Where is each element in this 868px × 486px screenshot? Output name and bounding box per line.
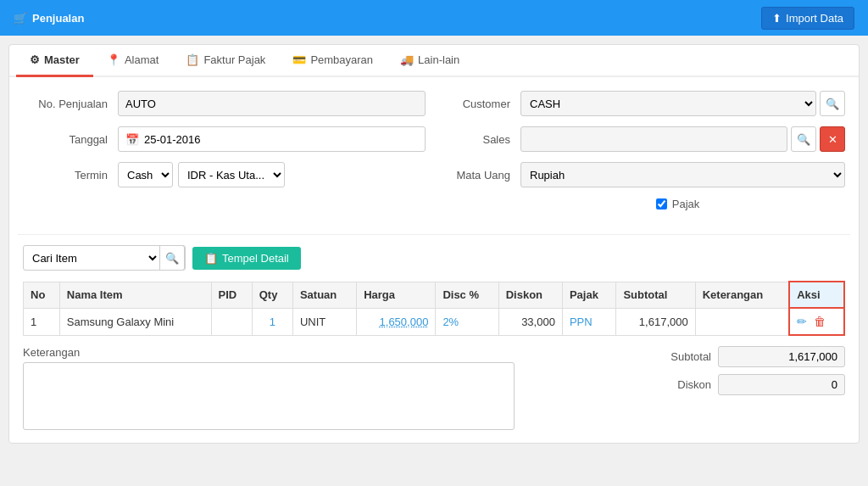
col-nama-item: Nama Item	[59, 282, 211, 308]
customer-search-button[interactable]: 🔍	[820, 91, 845, 116]
tab-faktur-pajak[interactable]: 📋 Faktur Pajak	[172, 45, 279, 77]
search-icon-3: 🔍	[165, 252, 179, 265]
cell-qty[interactable]: 1	[252, 308, 292, 335]
header-title: 🛒 Penjualan	[14, 12, 84, 25]
main-card: ⚙ Master 📍 Alamat 📋 Faktur Pajak 💳 Pemba…	[8, 44, 860, 444]
cell-no: 1	[24, 308, 60, 335]
col-keterangan: Keterangan	[695, 282, 789, 308]
tanggal-input[interactable]	[144, 133, 418, 146]
tab-master[interactable]: ⚙ Master	[16, 45, 93, 77]
cell-subtotal: 1,617,000	[616, 308, 695, 335]
cell-pajak: PPN	[562, 308, 616, 335]
mata-uang-input-group: Rupiah	[520, 162, 845, 187]
search-icon-2: 🔍	[797, 133, 810, 146]
card-icon: 💳	[292, 53, 306, 66]
cell-pid	[211, 308, 252, 335]
sales-search-button[interactable]: 🔍	[791, 126, 816, 152]
termin-label: Termin	[23, 169, 108, 182]
table-row: 1 Samsung Galaxy Mini 1 UNIT 1,650,000 2…	[24, 308, 845, 335]
cart-icon: 🛒	[14, 12, 27, 25]
col-subtotal: Subtotal	[616, 282, 695, 308]
import-data-button[interactable]: ⬆ Import Data	[761, 7, 854, 30]
pajak-label: Pajak	[672, 198, 700, 210]
times-icon: ✕	[828, 133, 837, 146]
cari-item-wrap: Cari Item 🔍	[23, 245, 186, 271]
cell-harga[interactable]: 1,650,000	[357, 308, 436, 335]
sales-label: Sales	[442, 133, 510, 146]
tab-pembayaran[interactable]: 💳 Pembayaran	[279, 45, 387, 77]
customer-select[interactable]: CASH	[520, 91, 816, 116]
tanggal-label: Tanggal	[23, 133, 108, 146]
form-section: No. Penjualan Tanggal 📅 Termin Cash IDR …	[9, 77, 859, 234]
sales-clear-button[interactable]: ✕	[820, 126, 845, 152]
search-icon: 🔍	[826, 98, 839, 110]
items-table: No Nama Item PID Qty Satuan Harga Disc %…	[23, 281, 845, 336]
sales-row: Sales 🔍 ✕	[442, 126, 845, 152]
col-pid: PID	[211, 282, 252, 308]
mata-uang-label: Mata Uang	[442, 169, 510, 182]
calendar-icon: 📅	[125, 133, 139, 146]
customer-row: Customer CASH 🔍	[442, 91, 845, 116]
col-aksi: Aksi	[789, 282, 844, 308]
termin-selects: Cash IDR - Kas Uta...	[118, 162, 426, 187]
col-harga: Harga	[357, 282, 436, 308]
no-penjualan-input[interactable]	[118, 91, 426, 116]
no-penjualan-label: No. Penjualan	[23, 98, 108, 110]
cell-satuan: UNIT	[292, 308, 356, 335]
truck-icon: 🚚	[400, 53, 414, 66]
col-pajak: Pajak	[562, 282, 616, 308]
diskon-summary-value: 0	[718, 374, 845, 395]
keterangan-area: Keterangan	[23, 346, 515, 433]
keterangan-label: Keterangan	[23, 346, 515, 359]
col-satuan: Satuan	[292, 282, 356, 308]
tab-lain-lain[interactable]: 🚚 Lain-lain	[387, 45, 473, 77]
tabs-bar: ⚙ Master 📍 Alamat 📋 Faktur Pajak 💳 Pemba…	[9, 45, 859, 77]
action-icons: ✏ 🗑	[797, 315, 837, 328]
sales-input[interactable]	[520, 126, 787, 152]
form-left: No. Penjualan Tanggal 📅 Termin Cash IDR …	[23, 91, 426, 221]
form-right: Customer CASH 🔍 Sales 🔍	[442, 91, 845, 221]
subtotal-summary-label: Subtotal	[643, 350, 711, 363]
delete-icon[interactable]: 🗑	[814, 315, 826, 328]
subtotal-summary-value: 1,617,000	[718, 346, 845, 367]
tanggal-row: Tanggal 📅	[23, 126, 426, 152]
document-icon: 📋	[186, 53, 199, 66]
mata-uang-row: Mata Uang Rupiah	[442, 162, 845, 187]
sales-input-group: 🔍 ✕	[520, 126, 845, 152]
mata-uang-select[interactable]: Rupiah	[520, 162, 845, 187]
location-icon: 📍	[107, 53, 120, 66]
cell-diskon: 33,000	[498, 308, 562, 335]
cell-aksi: ✏ 🗑	[789, 308, 844, 335]
pajak-row: Pajak	[510, 198, 845, 210]
toolbar: Cari Item 🔍 📋 Tempel Detail	[9, 235, 859, 281]
diskon-summary-row: Diskon 0	[523, 374, 845, 395]
edit-icon[interactable]: ✏	[797, 315, 807, 328]
pajak-checkbox[interactable]	[656, 198, 667, 209]
no-penjualan-row: No. Penjualan	[23, 91, 426, 116]
col-diskon: Diskon	[498, 282, 562, 308]
app-header: 🛒 Penjualan ⬆ Import Data	[0, 0, 868, 36]
col-no: No	[24, 282, 60, 308]
cell-disc[interactable]: 2%	[436, 308, 498, 335]
items-table-wrap: No Nama Item PID Qty Satuan Harga Disc %…	[9, 281, 859, 336]
subtotal-summary-row: Subtotal 1,617,000	[523, 346, 845, 367]
upload-icon: ⬆	[772, 12, 782, 25]
diskon-summary-label: Diskon	[643, 378, 711, 391]
bottom-section: Keterangan Subtotal 1,617,000 Diskon 0	[9, 336, 859, 443]
col-disc: Disc %	[436, 282, 498, 308]
customer-label: Customer	[442, 98, 510, 110]
termin-kas-select[interactable]: IDR - Kas Uta...	[178, 162, 285, 187]
termin-type-select[interactable]: Cash	[118, 162, 173, 187]
keterangan-textarea[interactable]	[23, 362, 515, 430]
cell-nama-item: Samsung Galaxy Mini	[59, 308, 211, 335]
termin-row: Termin Cash IDR - Kas Uta...	[23, 162, 426, 187]
gear-icon: ⚙	[30, 53, 40, 66]
tempel-detail-button[interactable]: 📋 Tempel Detail	[192, 247, 301, 270]
tab-alamat[interactable]: 📍 Alamat	[93, 45, 172, 77]
cell-keterangan	[695, 308, 789, 335]
tanggal-input-wrap[interactable]: 📅	[118, 126, 426, 152]
copy-icon: 📋	[204, 252, 218, 265]
cari-item-select[interactable]: Cari Item	[24, 248, 159, 269]
customer-input-group: CASH 🔍	[520, 91, 845, 116]
cari-item-search-button[interactable]: 🔍	[159, 245, 185, 271]
